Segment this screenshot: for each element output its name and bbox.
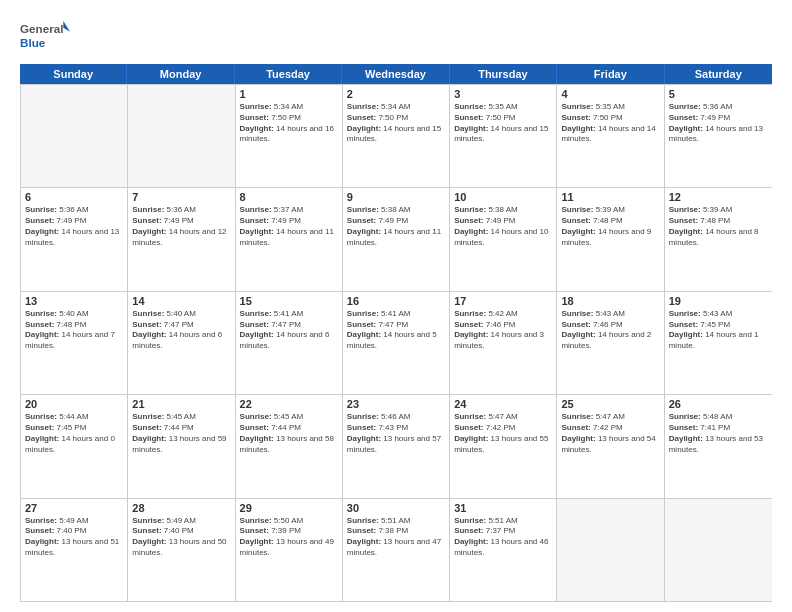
cell-info: Sunrise: 5:39 AM Sunset: 7:48 PM Dayligh… (669, 205, 768, 248)
cell-info: Sunrise: 5:43 AM Sunset: 7:45 PM Dayligh… (669, 309, 768, 352)
week-row-5: 27 Sunrise: 5:49 AM Sunset: 7:40 PM Dayl… (21, 498, 772, 601)
day-cell-9: 9 Sunrise: 5:38 AM Sunset: 7:49 PM Dayli… (343, 188, 450, 290)
day-cell-18: 18 Sunrise: 5:43 AM Sunset: 7:46 PM Dayl… (557, 292, 664, 394)
day-cell-27: 27 Sunrise: 5:49 AM Sunset: 7:40 PM Dayl… (21, 499, 128, 601)
day-number: 30 (347, 502, 445, 514)
day-number: 4 (561, 88, 659, 100)
day-cell-26: 26 Sunrise: 5:48 AM Sunset: 7:41 PM Dayl… (665, 395, 772, 497)
day-cell-15: 15 Sunrise: 5:41 AM Sunset: 7:47 PM Dayl… (236, 292, 343, 394)
day-cell-10: 10 Sunrise: 5:38 AM Sunset: 7:49 PM Dayl… (450, 188, 557, 290)
day-number: 31 (454, 502, 552, 514)
cell-info: Sunrise: 5:47 AM Sunset: 7:42 PM Dayligh… (561, 412, 659, 455)
cell-info: Sunrise: 5:40 AM Sunset: 7:47 PM Dayligh… (132, 309, 230, 352)
day-number: 21 (132, 398, 230, 410)
day-number: 9 (347, 191, 445, 203)
day-number: 26 (669, 398, 768, 410)
day-cell-28: 28 Sunrise: 5:49 AM Sunset: 7:40 PM Dayl… (128, 499, 235, 601)
day-cell-6: 6 Sunrise: 5:36 AM Sunset: 7:49 PM Dayli… (21, 188, 128, 290)
day-number: 24 (454, 398, 552, 410)
day-cell-7: 7 Sunrise: 5:36 AM Sunset: 7:49 PM Dayli… (128, 188, 235, 290)
day-cell-24: 24 Sunrise: 5:47 AM Sunset: 7:42 PM Dayl… (450, 395, 557, 497)
cell-info: Sunrise: 5:36 AM Sunset: 7:49 PM Dayligh… (132, 205, 230, 248)
day-number: 25 (561, 398, 659, 410)
logo-svg: General Blue (20, 16, 70, 56)
cell-info: Sunrise: 5:34 AM Sunset: 7:50 PM Dayligh… (240, 102, 338, 145)
week-row-4: 20 Sunrise: 5:44 AM Sunset: 7:45 PM Dayl… (21, 394, 772, 497)
cell-info: Sunrise: 5:37 AM Sunset: 7:49 PM Dayligh… (240, 205, 338, 248)
cell-info: Sunrise: 5:34 AM Sunset: 7:50 PM Dayligh… (347, 102, 445, 145)
day-number: 6 (25, 191, 123, 203)
day-number: 28 (132, 502, 230, 514)
day-cell-13: 13 Sunrise: 5:40 AM Sunset: 7:48 PM Dayl… (21, 292, 128, 394)
cell-info: Sunrise: 5:51 AM Sunset: 7:38 PM Dayligh… (347, 516, 445, 559)
header-saturday: Saturday (665, 64, 772, 84)
cell-info: Sunrise: 5:47 AM Sunset: 7:42 PM Dayligh… (454, 412, 552, 455)
day-number: 2 (347, 88, 445, 100)
cell-info: Sunrise: 5:44 AM Sunset: 7:45 PM Dayligh… (25, 412, 123, 455)
day-cell-21: 21 Sunrise: 5:45 AM Sunset: 7:44 PM Dayl… (128, 395, 235, 497)
day-number: 20 (25, 398, 123, 410)
cell-info: Sunrise: 5:42 AM Sunset: 7:46 PM Dayligh… (454, 309, 552, 352)
cell-info: Sunrise: 5:38 AM Sunset: 7:49 PM Dayligh… (347, 205, 445, 248)
day-cell-29: 29 Sunrise: 5:50 AM Sunset: 7:39 PM Dayl… (236, 499, 343, 601)
cell-info: Sunrise: 5:45 AM Sunset: 7:44 PM Dayligh… (132, 412, 230, 455)
cell-info: Sunrise: 5:35 AM Sunset: 7:50 PM Dayligh… (454, 102, 552, 145)
cell-info: Sunrise: 5:43 AM Sunset: 7:46 PM Dayligh… (561, 309, 659, 352)
cell-info: Sunrise: 5:46 AM Sunset: 7:43 PM Dayligh… (347, 412, 445, 455)
day-cell-5: 5 Sunrise: 5:36 AM Sunset: 7:49 PM Dayli… (665, 85, 772, 187)
day-number: 22 (240, 398, 338, 410)
day-cell-3: 3 Sunrise: 5:35 AM Sunset: 7:50 PM Dayli… (450, 85, 557, 187)
day-number: 3 (454, 88, 552, 100)
day-number: 29 (240, 502, 338, 514)
header: General Blue (20, 16, 772, 56)
day-cell-2: 2 Sunrise: 5:34 AM Sunset: 7:50 PM Dayli… (343, 85, 450, 187)
day-cell-8: 8 Sunrise: 5:37 AM Sunset: 7:49 PM Dayli… (236, 188, 343, 290)
header-thursday: Thursday (450, 64, 557, 84)
day-number: 17 (454, 295, 552, 307)
cell-info: Sunrise: 5:36 AM Sunset: 7:49 PM Dayligh… (25, 205, 123, 248)
day-cell-1: 1 Sunrise: 5:34 AM Sunset: 7:50 PM Dayli… (236, 85, 343, 187)
day-number: 15 (240, 295, 338, 307)
empty-cell (665, 499, 772, 601)
cell-info: Sunrise: 5:40 AM Sunset: 7:48 PM Dayligh… (25, 309, 123, 352)
day-number: 7 (132, 191, 230, 203)
cell-info: Sunrise: 5:41 AM Sunset: 7:47 PM Dayligh… (347, 309, 445, 352)
empty-cell (557, 499, 664, 601)
day-cell-11: 11 Sunrise: 5:39 AM Sunset: 7:48 PM Dayl… (557, 188, 664, 290)
day-number: 11 (561, 191, 659, 203)
day-cell-12: 12 Sunrise: 5:39 AM Sunset: 7:48 PM Dayl… (665, 188, 772, 290)
day-cell-23: 23 Sunrise: 5:46 AM Sunset: 7:43 PM Dayl… (343, 395, 450, 497)
calendar: Sunday Monday Tuesday Wednesday Thursday… (20, 64, 772, 602)
day-number: 23 (347, 398, 445, 410)
logo: General Blue (20, 16, 70, 56)
header-friday: Friday (557, 64, 664, 84)
day-cell-16: 16 Sunrise: 5:41 AM Sunset: 7:47 PM Dayl… (343, 292, 450, 394)
day-cell-22: 22 Sunrise: 5:45 AM Sunset: 7:44 PM Dayl… (236, 395, 343, 497)
cell-info: Sunrise: 5:35 AM Sunset: 7:50 PM Dayligh… (561, 102, 659, 145)
day-number: 16 (347, 295, 445, 307)
empty-cell (128, 85, 235, 187)
day-cell-14: 14 Sunrise: 5:40 AM Sunset: 7:47 PM Dayl… (128, 292, 235, 394)
day-number: 14 (132, 295, 230, 307)
cell-info: Sunrise: 5:50 AM Sunset: 7:39 PM Dayligh… (240, 516, 338, 559)
cell-info: Sunrise: 5:41 AM Sunset: 7:47 PM Dayligh… (240, 309, 338, 352)
day-cell-25: 25 Sunrise: 5:47 AM Sunset: 7:42 PM Dayl… (557, 395, 664, 497)
day-cell-31: 31 Sunrise: 5:51 AM Sunset: 7:37 PM Dayl… (450, 499, 557, 601)
day-number: 18 (561, 295, 659, 307)
svg-text:Blue: Blue (20, 36, 46, 49)
empty-cell (21, 85, 128, 187)
cell-info: Sunrise: 5:51 AM Sunset: 7:37 PM Dayligh… (454, 516, 552, 559)
day-number: 8 (240, 191, 338, 203)
day-number: 19 (669, 295, 768, 307)
page: General Blue Sunday Monday Tuesday Wedne… (0, 0, 792, 612)
header-sunday: Sunday (20, 64, 127, 84)
day-number: 13 (25, 295, 123, 307)
day-number: 27 (25, 502, 123, 514)
cell-info: Sunrise: 5:39 AM Sunset: 7:48 PM Dayligh… (561, 205, 659, 248)
week-row-2: 6 Sunrise: 5:36 AM Sunset: 7:49 PM Dayli… (21, 187, 772, 290)
day-number: 5 (669, 88, 768, 100)
svg-text:General: General (20, 23, 63, 36)
header-wednesday: Wednesday (342, 64, 449, 84)
header-tuesday: Tuesday (235, 64, 342, 84)
header-monday: Monday (127, 64, 234, 84)
